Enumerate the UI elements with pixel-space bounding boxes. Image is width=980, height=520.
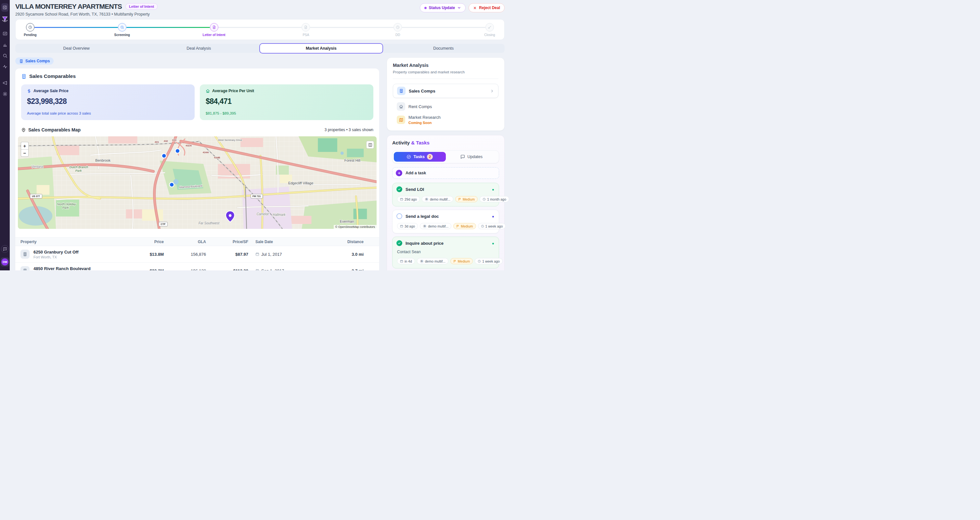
sidebar-toggle-icon[interactable] bbox=[1, 3, 8, 12]
property-address: 2920 Sycamore School Road, Fort Worth, T… bbox=[15, 12, 158, 17]
map-label: Park bbox=[62, 206, 69, 209]
task-checkbox-checked[interactable] bbox=[396, 240, 402, 246]
feedback-chat-icon[interactable] bbox=[1, 245, 9, 253]
tab-documents[interactable]: Documents bbox=[382, 44, 505, 53]
app-logo-funnel-icon[interactable] bbox=[1, 16, 8, 23]
calendar-icon bbox=[400, 198, 403, 201]
reject-deal-button[interactable]: Reject Deal bbox=[469, 3, 504, 12]
task-checkbox-checked[interactable] bbox=[396, 186, 402, 192]
map-label: FM 731 bbox=[253, 195, 261, 198]
sales-comps-table: Property Price GLA Price/SF Sale Date Di… bbox=[15, 237, 379, 270]
stepper-step-closing[interactable]: Closing bbox=[485, 23, 494, 32]
panel-title: Market Analysis bbox=[393, 63, 498, 68]
map-label: 434A bbox=[203, 151, 209, 154]
stepper-connector bbox=[402, 27, 485, 28]
avg-price-per-unit-card: Average Price Per Unit $84,471 $81,875 -… bbox=[200, 84, 373, 120]
map-summary: 3 properties • 3 sales shown bbox=[325, 128, 373, 132]
stepper-step-psa[interactable]: PSA bbox=[302, 23, 310, 32]
updated-chip: 1 week ago bbox=[475, 258, 503, 264]
avg-sale-price-card: Average Sale Price $23,998,328 Average t… bbox=[21, 84, 195, 120]
stepper-step-letter-of-intent[interactable]: Letter of Intent bbox=[210, 23, 218, 32]
layers-grid-icon bbox=[368, 143, 372, 147]
stepper-step-screening[interactable]: Screening bbox=[118, 23, 126, 32]
tab-market-analysis[interactable]: Market Analysis bbox=[260, 44, 382, 53]
nav-item-sales-comps[interactable]: Sales Comps bbox=[393, 84, 498, 98]
settings-gear-icon[interactable] bbox=[2, 91, 8, 97]
market-analysis-panel: Market Analysis Property comparables and… bbox=[387, 57, 504, 131]
map-layers-button[interactable] bbox=[366, 141, 374, 149]
megaphone-icon[interactable] bbox=[2, 80, 8, 86]
updates-tab[interactable]: Updates bbox=[446, 152, 498, 162]
add-task-button[interactable]: Add a task bbox=[392, 167, 499, 179]
map-label: North Holiday bbox=[57, 202, 76, 206]
chevron-down-icon bbox=[457, 6, 461, 10]
map-label: Park bbox=[75, 169, 82, 172]
user-avatar[interactable]: DM bbox=[1, 257, 9, 266]
map-label: Forest Hill bbox=[344, 159, 360, 162]
coming-soon-badge: Coming Soon bbox=[409, 121, 441, 125]
activity-pulse-icon[interactable] bbox=[2, 64, 8, 69]
map-label: 432 bbox=[164, 140, 168, 143]
main-area: VILLA MONTERREY APARTMENTS Letter of Int… bbox=[10, 0, 509, 270]
comp-marker[interactable] bbox=[170, 182, 174, 187]
nav-item-rent-comps[interactable]: Rent Comps bbox=[393, 102, 498, 111]
updated-chip: 1 week ago bbox=[478, 223, 506, 229]
tab-deal-overview[interactable]: Deal Overview bbox=[15, 44, 138, 53]
table-header-row: Property Price GLA Price/SF Sale Date Di… bbox=[15, 237, 379, 246]
key-icon bbox=[488, 25, 492, 29]
sales-comps-map[interactable]: US 377 FM 731 CTP 431 432 433 432A 434A … bbox=[18, 136, 377, 229]
building-icon bbox=[19, 59, 23, 63]
stepper-connector bbox=[35, 27, 118, 28]
zoom-in-button[interactable]: + bbox=[21, 142, 28, 149]
table-row[interactable]: 6250 Granbury Cut OffFort Worth, TX $13.… bbox=[15, 246, 379, 263]
building-icon bbox=[21, 266, 30, 270]
map-label: 434B bbox=[214, 156, 220, 159]
search-icon[interactable] bbox=[2, 53, 8, 58]
map-label: Hallmark bbox=[273, 213, 286, 217]
task-description: Contact Sean bbox=[397, 250, 495, 254]
map-canvas: US 377 FM 731 CTP 431 432 433 432A 434A … bbox=[18, 136, 377, 229]
map-pin-icon bbox=[21, 128, 26, 132]
comp-marker[interactable] bbox=[175, 149, 180, 153]
map-label: Ventana bbox=[32, 165, 43, 168]
stepper-connector bbox=[218, 27, 302, 28]
clock-icon bbox=[28, 25, 32, 29]
sales-comps-chip[interactable]: Sales Comps bbox=[15, 57, 54, 65]
task-card[interactable]: Send a legal doc 3d ago Ddemo multif... … bbox=[392, 210, 499, 233]
task-checkbox-unchecked[interactable] bbox=[396, 213, 402, 219]
map-section-heading: Sales Comparables Map bbox=[21, 127, 81, 132]
map-icon bbox=[397, 116, 405, 124]
tasks-count-badge: 2 bbox=[427, 154, 433, 160]
task-card[interactable]: Inquire about price Contact Sean in 4d D… bbox=[392, 237, 499, 268]
inbox-check-icon[interactable] bbox=[2, 31, 8, 36]
house-icon bbox=[206, 89, 210, 93]
comp-marker[interactable] bbox=[162, 154, 166, 158]
status-update-button[interactable]: Status Update bbox=[420, 3, 466, 12]
avg-sale-price-value: $23,998,328 bbox=[27, 97, 189, 106]
table-row[interactable]: 4850 River Ranch BoulevardFort Worth, TX… bbox=[15, 263, 379, 270]
zoom-out-button[interactable]: − bbox=[21, 149, 28, 157]
bar-chart-icon[interactable] bbox=[2, 42, 8, 47]
plus-icon bbox=[396, 170, 402, 176]
tab-deal-analysis[interactable]: Deal Analysis bbox=[138, 44, 260, 53]
calendar-icon bbox=[400, 260, 403, 263]
check-circle-icon bbox=[406, 154, 411, 159]
file-text-icon bbox=[212, 25, 216, 29]
dollar-icon bbox=[27, 89, 31, 93]
clock-icon bbox=[481, 225, 484, 228]
nav-item-market-research[interactable]: Market Research Coming Soon bbox=[393, 115, 498, 125]
deal-chip: Ddemo multif... bbox=[422, 196, 453, 202]
stepper-step-pending[interactable]: Pending bbox=[26, 23, 35, 32]
task-status-dot bbox=[492, 216, 494, 217]
due-chip: in 4d bbox=[397, 258, 415, 264]
due-chip: 29d ago bbox=[397, 196, 420, 202]
deal-chip: Ddemo multif... bbox=[420, 223, 451, 229]
calendar-icon bbox=[400, 225, 403, 228]
stepper-step-dd[interactable]: DD bbox=[393, 23, 402, 32]
tasks-tab[interactable]: Tasks 2 bbox=[394, 152, 446, 162]
clock-icon bbox=[396, 25, 400, 29]
flag-icon bbox=[458, 198, 461, 201]
map-attribution[interactable]: © OpenStreetMap contributors bbox=[334, 225, 377, 229]
task-card[interactable]: Send LOI 29d ago Ddemo multif... Medium … bbox=[392, 183, 499, 206]
map-label: Everman bbox=[340, 219, 354, 224]
